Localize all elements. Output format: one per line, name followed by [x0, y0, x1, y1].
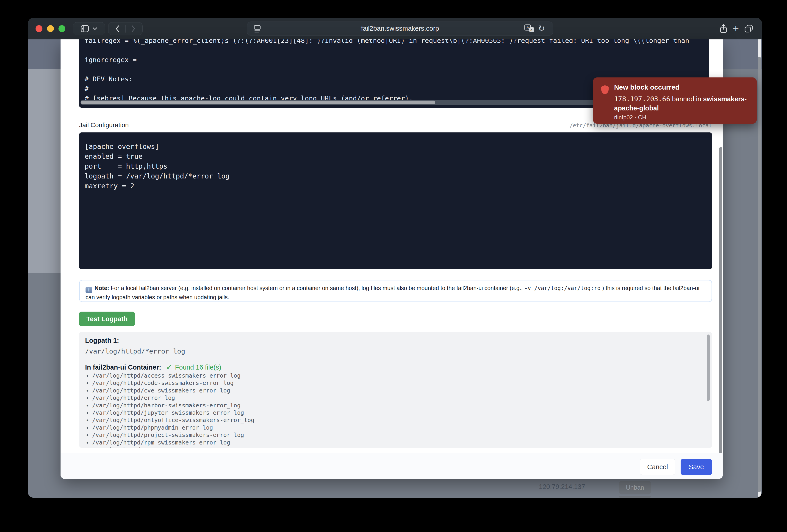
note-code: -v /var/log:/var/log:ro — [525, 285, 600, 291]
file-item: /var/log/httpd/cve-swissmakers-error_log — [85, 387, 681, 394]
jail-config-editor[interactable]: [apache-overflows] enabled = true port =… — [79, 132, 712, 269]
found-count: Found 16 file(s) — [175, 363, 221, 371]
cancel-button[interactable]: Cancel — [640, 459, 675, 475]
file-item: /var/log/httpd/phpmyadmin-error_log — [85, 424, 681, 431]
unban-button-partial[interactable] — [619, 496, 651, 497]
toast-meta: rlinfp02 · CH — [614, 114, 646, 121]
file-item-partial: /var/log/httpd/ — [85, 446, 681, 448]
svg-text:A: A — [527, 26, 529, 30]
file-list: /var/log/httpd/access-swissmakers-error_… — [85, 372, 681, 448]
minimize-window-button[interactable] — [47, 25, 54, 32]
safari-window: fail2ban.swissmakers.corp A a ↻ — [28, 18, 762, 497]
jail-config-code: [apache-overflows] enabled = true port =… — [85, 141, 230, 191]
backdrop-card-edge — [28, 69, 61, 273]
sidebar-toggle-group — [73, 22, 105, 35]
svg-text:a: a — [530, 28, 532, 32]
file-item: /var/log/httpd/access-swissmakers-error_… — [85, 372, 681, 379]
reader-icon[interactable] — [254, 25, 261, 34]
close-window-button[interactable] — [36, 25, 42, 32]
toast-middle: banned in — [670, 95, 703, 103]
reload-icon[interactable]: ↻ — [538, 24, 545, 33]
history-nav-group — [108, 22, 143, 35]
file-item: /var/log/httpd/error_log — [85, 394, 681, 402]
modal-footer: Cancel Save — [61, 453, 723, 479]
note-label: Note: — [94, 285, 109, 291]
browser-toolbar: fail2ban.swissmakers.corp A a ↻ — [28, 18, 762, 40]
file-item: /var/log/httpd/rpm-swissmakers-error_log — [85, 439, 681, 446]
save-button[interactable]: Save — [681, 459, 712, 475]
toast-ip: 178.197.203.66 — [614, 95, 670, 103]
new-tab-icon[interactable]: + — [733, 24, 739, 33]
file-item: /var/log/httpd/jupyter-swissmakers-error… — [85, 409, 681, 417]
screen: fail2ban.swissmakers.corp A a ↻ — [0, 0, 787, 532]
back-icon[interactable] — [115, 25, 119, 32]
divider — [125, 25, 126, 32]
filter-editor-hscrollbar-thumb[interactable] — [81, 101, 435, 104]
note-box: iNote: For a local fail2ban server (e.g.… — [79, 280, 712, 302]
banned-ip-text: 120.79.214.137 — [539, 483, 585, 490]
logpath-label: Logpath 1: — [85, 337, 119, 345]
note-text-1: For a local fail2ban server (e.g. instal… — [109, 285, 525, 291]
address-text: fail2ban.swissmakers.corp — [247, 22, 553, 35]
results-scrollbar-thumb[interactable] — [707, 334, 710, 401]
forward-icon[interactable] — [132, 25, 135, 32]
toast-title: New block occurred — [614, 83, 679, 91]
check-icon: ✓ — [166, 363, 172, 371]
modal-scrollbar-thumb[interactable] — [719, 147, 722, 470]
tab-overview-icon[interactable] — [744, 24, 753, 33]
file-item: /var/log/httpd/code-swissmakers-error_lo… — [85, 379, 681, 387]
file-item: /var/log/httpd/harbor-swissmakers-error_… — [85, 402, 681, 409]
translate-icon[interactable]: A a — [524, 24, 535, 34]
test-logpath-button[interactable]: Test Logpath — [79, 312, 135, 326]
jail-configuration-label: Jail Configuration — [79, 121, 129, 129]
container-result-line: In fail2ban-ui Container: ✓ Found 16 fil… — [85, 363, 221, 371]
zoom-window-button[interactable] — [59, 25, 65, 32]
share-icon[interactable] — [720, 24, 727, 34]
new-block-toast[interactable]: New block occurred 178.197.203.66 banned… — [593, 77, 757, 124]
toolbar-right-group: + — [712, 22, 760, 35]
chevron-down-icon[interactable] — [93, 27, 97, 30]
address-bar[interactable]: fail2ban.swissmakers.corp A a ↻ — [247, 22, 553, 36]
logpath-results-panel: Logpath 1: /var/log/httpd/*error_log In … — [79, 332, 712, 448]
page-scrollbar-thumb[interactable] — [758, 57, 761, 492]
container-label: In fail2ban-ui Container: — [85, 363, 161, 371]
toast-message: 178.197.203.66 banned in swissmakers-apa… — [614, 94, 748, 113]
file-item: /var/log/httpd/onlyoffice-swissmakers-er… — [85, 417, 681, 424]
unban-button[interactable]: Unban — [619, 481, 651, 494]
sidebar-icon[interactable] — [81, 25, 89, 32]
info-icon: i — [86, 287, 92, 293]
page-backdrop: 120.79.214.137 Unban failregex = %(_apac… — [28, 39, 762, 497]
file-item: /var/log/httpd/project-swissmakers-error… — [85, 431, 681, 439]
shield-icon — [601, 85, 609, 96]
logpath-value: /var/log/httpd/*error_log — [85, 347, 185, 355]
